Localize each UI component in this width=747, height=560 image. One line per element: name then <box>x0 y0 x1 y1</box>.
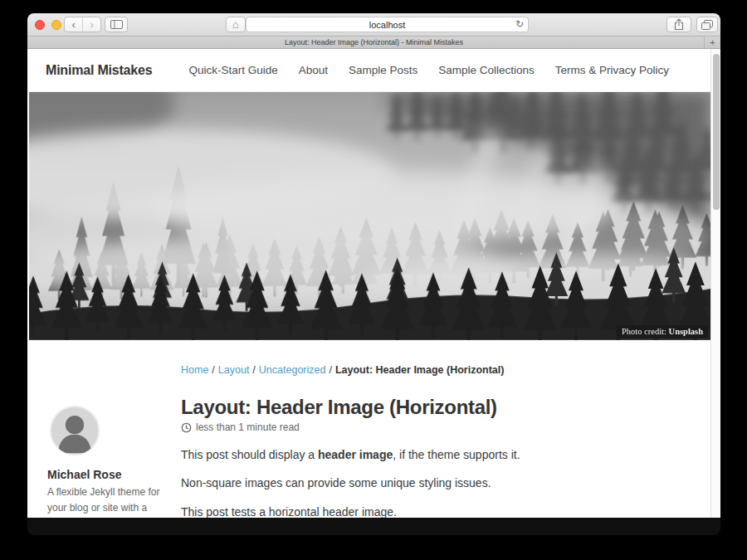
back-button[interactable]: ‹ <box>65 17 82 32</box>
breadcrumb-separator: / <box>329 364 331 376</box>
clock-icon <box>181 422 192 433</box>
tabs-overview-icon <box>701 20 713 30</box>
breadcrumb-layout[interactable]: Layout <box>218 364 250 376</box>
article-main: Home/Layout/Uncategorized/Layout: Header… <box>181 364 694 518</box>
read-time-text: less than 1 minute read <box>196 421 300 433</box>
nav-item-quick-start-guide[interactable]: Quick-Start Guide <box>188 64 277 76</box>
author-sidebar: Michael Rose A flexible Jekyll theme for… <box>47 405 172 518</box>
breadcrumb-uncategorized[interactable]: Uncategorized <box>259 364 326 376</box>
page-title: Layout: Header Image (Horizontal) <box>181 396 694 419</box>
author-name: Michael Rose <box>47 468 172 481</box>
header-image: Photo credit: Unsplash <box>29 92 710 340</box>
article-body: This post should display a header image,… <box>181 446 694 518</box>
breadcrumb: Home/Layout/Uncategorized/Layout: Header… <box>181 364 694 376</box>
author-bio: A flexible Jekyll theme for your blog or… <box>47 485 170 518</box>
forward-icon: › <box>90 19 94 30</box>
safari-window: ‹ › ⌂ localhost ↻ <box>27 13 720 535</box>
sidebar-icon <box>110 20 123 29</box>
home-button[interactable]: ⌂ <box>226 17 246 32</box>
close-window-button[interactable] <box>35 20 45 30</box>
active-tab[interactable]: Layout: Header Image (Horizontal) - Mini… <box>285 38 463 46</box>
url-text: localhost <box>247 17 528 32</box>
breadcrumb-home[interactable]: Home <box>181 364 208 376</box>
show-tabs-button[interactable] <box>696 17 718 32</box>
site-masthead: Minimal Mistakes Quick-Start Guide About… <box>27 49 710 92</box>
paragraph-1-text: This post should display a <box>181 448 318 461</box>
paragraph-1-bold: header image <box>318 448 393 461</box>
share-icon <box>674 18 684 31</box>
breadcrumb-current: Layout: Header Image (Horizontal) <box>335 364 505 376</box>
breadcrumb-separator: / <box>212 364 214 376</box>
new-tab-button[interactable]: + <box>704 37 720 48</box>
author-avatar <box>49 405 100 456</box>
back-icon: ‹ <box>72 19 76 30</box>
breadcrumb-separator: / <box>252 364 255 376</box>
minimize-window-button[interactable] <box>51 20 61 30</box>
paragraph-2: Non-square images can provide some uniqu… <box>181 475 694 491</box>
site-nav: Quick-Start Guide About Sample Posts Sam… <box>188 64 690 76</box>
photo-credit: Photo credit: Unsplash <box>617 325 708 338</box>
tab-bar: Layout: Header Image (Horizontal) - Mini… <box>27 37 720 49</box>
scrollbar-thumb[interactable] <box>713 54 720 210</box>
paragraph-3: This post tests a horizontal header imag… <box>181 504 694 518</box>
scrollbar-track[interactable] <box>710 49 720 518</box>
photo-credit-label: Photo credit: <box>622 327 666 336</box>
forward-button[interactable]: › <box>82 17 100 32</box>
nav-item-sample-posts[interactable]: Sample Posts <box>349 64 417 76</box>
paragraph-1: This post should display a header image,… <box>181 446 694 463</box>
nav-item-terms-privacy[interactable]: Terms & Privacy Policy <box>555 64 669 76</box>
nav-item-sample-collections[interactable]: Sample Collections <box>438 64 535 76</box>
reload-button[interactable]: ↻ <box>515 18 524 30</box>
address-bar[interactable]: localhost ↻ <box>246 17 529 32</box>
home-icon: ⌂ <box>232 19 239 30</box>
paragraph-1-text-after: , if the theme supports it. <box>393 448 520 461</box>
page-content: Minimal Mistakes Quick-Start Guide About… <box>27 49 720 518</box>
browser-toolbar: ‹ › ⌂ localhost ↻ <box>27 13 720 37</box>
share-button[interactable] <box>666 17 691 32</box>
site-title-link[interactable]: Minimal Mistakes <box>46 63 152 78</box>
sidebar-toggle-button[interactable] <box>105 17 128 32</box>
read-time: less than 1 minute read <box>181 421 694 433</box>
history-nav-group: ‹ › <box>64 17 101 32</box>
photo-credit-source: Unsplash <box>669 327 703 336</box>
foggy-forest-illustration <box>29 92 710 340</box>
nav-item-about[interactable]: About <box>299 64 328 76</box>
